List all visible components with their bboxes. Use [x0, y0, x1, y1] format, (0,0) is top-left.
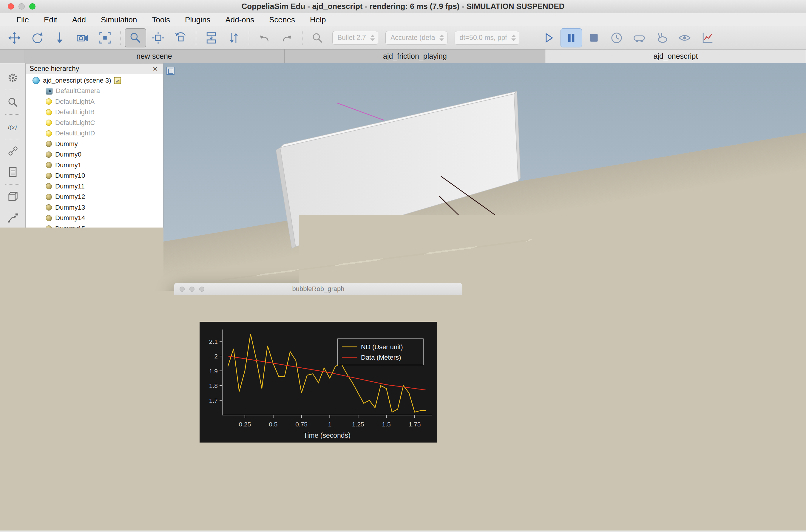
hierarchy-item[interactable]: Dummy25 — [26, 340, 163, 351]
stop-simulation-button[interactable] — [583, 28, 605, 48]
accuracy-select[interactable]: Accurate (defa — [386, 31, 447, 45]
graph-close-button[interactable] — [180, 287, 185, 292]
hierarchy-item[interactable]: Dummy27 — [26, 361, 163, 372]
menu-item[interactable]: Plugins — [177, 13, 218, 26]
hierarchy-item[interactable]: Dummy28 — [26, 372, 163, 382]
hierarchy-toggle-icon[interactable] — [166, 67, 174, 75]
hierarchy-item[interactable]: Dummy12 — [26, 192, 163, 203]
layers-icon[interactable] — [4, 299, 21, 317]
hierarchy-close-icon[interactable]: × — [151, 64, 160, 74]
selection-list-icon[interactable] — [4, 275, 21, 292]
hierarchy-item[interactable]: Dummy29 — [26, 382, 163, 393]
time-graph-tab[interactable]: Time graph — [292, 302, 344, 315]
hierarchy-item[interactable]: Dummy24 — [26, 329, 163, 340]
object-properties-search-icon[interactable] — [4, 94, 21, 111]
hierarchy-item[interactable]: Dummy20 — [26, 287, 163, 298]
menu-item[interactable]: Edit — [36, 13, 65, 26]
close-window-button[interactable] — [8, 3, 14, 10]
graph-window-titlebar[interactable]: bubbleRob_graph — [174, 283, 462, 295]
menu-item[interactable]: Help — [302, 13, 333, 26]
visibility-eye-button[interactable] — [674, 28, 695, 48]
joints-icon[interactable] — [4, 142, 21, 160]
avatar-icon[interactable] — [4, 254, 21, 271]
camera-zoom-button[interactable] — [49, 28, 70, 48]
script-selector[interactable]: Sandbox script — [588, 516, 775, 527]
hierarchy-item[interactable]: Dummy34 — [26, 446, 163, 457]
search-button[interactable] — [307, 28, 328, 48]
rabbit-speed-button[interactable] — [651, 28, 673, 48]
mechanism-gear-icon[interactable] — [4, 320, 21, 338]
hierarchy-item[interactable]: Dummy35 — [26, 456, 163, 464]
model-browser-icon[interactable] — [4, 164, 21, 181]
transfer-dna-button[interactable] — [223, 28, 245, 48]
hierarchy-item[interactable]: Dummy14 — [26, 213, 163, 224]
left-drag-handle[interactable] — [550, 310, 564, 312]
sim-settings-gear-icon[interactable] — [4, 69, 21, 87]
menu-item[interactable]: Scenes — [262, 13, 302, 26]
physics-engine-select[interactable]: Bullet 2.7 — [332, 31, 378, 45]
console-close-button[interactable]: × — [782, 516, 793, 527]
user-settings-icon[interactable] — [4, 341, 21, 358]
redo-button[interactable] — [276, 28, 298, 48]
hierarchy-item[interactable]: Dummy17 — [26, 245, 163, 255]
selection-tool-button[interactable] — [125, 28, 146, 48]
hierarchy-item[interactable]: Dummy11 — [26, 181, 163, 192]
menu-item[interactable]: File — [9, 13, 36, 26]
hierarchy-item[interactable]: Dummy26 — [26, 350, 163, 361]
object-rotate-button[interactable] — [170, 28, 191, 48]
robot-arm-icon[interactable] — [4, 209, 21, 226]
realtime-clock-button[interactable] — [606, 28, 627, 48]
camera-rotate-button[interactable] — [26, 28, 48, 48]
hierarchy-item[interactable]: Dummy0 — [26, 149, 163, 160]
hierarchy-item[interactable]: Dummy10 — [26, 171, 163, 181]
graph-zoom-button[interactable] — [199, 287, 204, 292]
hierarchy-item[interactable]: DefaultLightC — [26, 117, 163, 128]
camera-angle-button[interactable] — [72, 28, 93, 48]
hierarchy-item[interactable]: Dummy33 — [26, 435, 163, 446]
minimize-window-button[interactable] — [18, 3, 25, 10]
hierarchy-item[interactable]: DefaultCamera — [26, 86, 163, 97]
graph-window-button[interactable] — [696, 28, 718, 48]
hscrollbar-thumb[interactable] — [27, 466, 54, 472]
bubblerob-robot[interactable] — [550, 269, 605, 320]
bubblerob-graph-window[interactable]: bubbleRob_graph Time graph 1.71.81.922.1… — [174, 283, 463, 489]
wall-box[interactable] — [276, 91, 521, 249]
hierarchy-item[interactable]: Dummy32 — [26, 425, 163, 435]
shape-cube-icon[interactable] — [4, 188, 21, 205]
undo-button[interactable] — [254, 28, 275, 48]
hierarchy-item[interactable]: Dummy19 — [26, 266, 163, 277]
zoom-window-button[interactable] — [29, 3, 36, 10]
hierarchy-item[interactable]: DefaultLightD — [26, 128, 163, 139]
menu-item[interactable]: Simulation — [93, 13, 144, 26]
menu-item[interactable]: Tools — [144, 13, 177, 26]
pause-simulation-button[interactable] — [561, 28, 582, 48]
hierarchy-item[interactable]: Dummy15 — [26, 223, 163, 234]
time-step-select[interactable]: dt=50.0 ms, ppf — [455, 31, 519, 45]
scene-tab[interactable]: ajd_onescript — [545, 50, 806, 63]
hierarchy-item[interactable]: Dummy — [26, 139, 163, 149]
camera-pan-button[interactable] — [4, 28, 25, 48]
assemble-button[interactable] — [201, 28, 222, 48]
lua-console-input[interactable] — [26, 516, 583, 527]
menu-item[interactable]: Add-ons — [218, 13, 262, 26]
scene-tab[interactable]: new scene — [24, 50, 285, 63]
hierarchy-root-item[interactable]: ajd_onescript (scene 3) — [26, 75, 163, 86]
speed-car-button[interactable] — [629, 28, 650, 48]
hierarchy-item[interactable]: Dummy22 — [26, 308, 163, 319]
hierarchy-hscrollbar[interactable] — [26, 465, 163, 473]
hierarchy-item[interactable]: Dummy1 — [26, 160, 163, 171]
hierarchy-item[interactable]: DefaultLightA — [26, 96, 163, 107]
fit-to-view-button[interactable] — [94, 28, 116, 48]
scene-script-icon[interactable] — [114, 77, 121, 84]
hierarchy-item[interactable]: Dummy2 — [26, 277, 163, 287]
object-shift-button[interactable] — [147, 28, 169, 48]
run-simulation-button[interactable] — [538, 28, 559, 48]
hierarchy-item[interactable]: Dummy23 — [26, 319, 163, 329]
graph-minimize-button[interactable] — [189, 287, 194, 292]
hierarchy-item[interactable]: Dummy13 — [26, 202, 163, 213]
right-drag-handle[interactable] — [593, 301, 605, 304]
expression-fx-icon[interactable]: f(x) — [4, 118, 21, 135]
mesh-triangle-icon[interactable] — [4, 233, 21, 250]
hierarchy-item[interactable]: Dummy16 — [26, 234, 163, 245]
hierarchy-item[interactable]: Dummy3 — [26, 393, 163, 403]
